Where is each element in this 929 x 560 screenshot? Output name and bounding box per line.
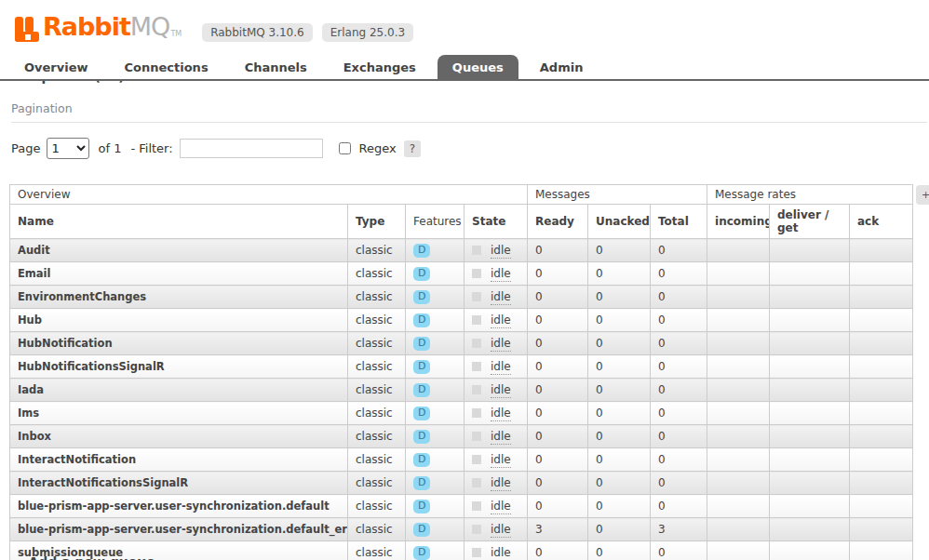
rate-ack-cell bbox=[850, 472, 913, 495]
column-config-button[interactable]: +/- bbox=[916, 185, 929, 205]
durable-badge: D bbox=[413, 476, 430, 490]
tab-admin[interactable]: Admin bbox=[525, 55, 599, 79]
rate-incoming-cell bbox=[707, 448, 770, 472]
add-queue-section-toggle[interactable]: ▶Add a new queue bbox=[13, 554, 155, 560]
tab-exchanges[interactable]: Exchanges bbox=[329, 55, 431, 79]
tab-connections[interactable]: Connections bbox=[110, 55, 223, 79]
queue-features-cell: D bbox=[406, 286, 464, 309]
queue-name-cell[interactable]: blue-prism-app-server.user-synchronizati… bbox=[10, 495, 348, 518]
tab-queues[interactable]: Queues bbox=[438, 55, 518, 79]
tab-overview[interactable]: Overview bbox=[9, 55, 103, 79]
messages-total-cell: 0 bbox=[651, 355, 707, 379]
queue-type-cell: classic bbox=[348, 309, 406, 332]
rabbitmq-logo[interactable]: RabbitMQ TM bbox=[13, 13, 182, 44]
messages-unacked-cell: 0 bbox=[588, 425, 651, 448]
rabbit-icon bbox=[13, 16, 41, 44]
state-label: idle bbox=[491, 267, 511, 282]
queue-name-cell[interactable]: Hub bbox=[10, 309, 348, 332]
main-nav-tabs: Overview Connections Channels Exchanges … bbox=[0, 55, 929, 81]
rate-ack-cell bbox=[850, 332, 913, 355]
queue-features-cell: D bbox=[406, 425, 464, 448]
queue-type-cell: classic bbox=[348, 448, 406, 472]
state-label: idle bbox=[491, 290, 511, 305]
queue-state-cell: idle bbox=[464, 425, 528, 448]
queue-name-cell[interactable]: Inbox bbox=[10, 425, 348, 448]
queues-tbody: AuditclassicDidle000EmailclassicDidle000… bbox=[10, 239, 913, 560]
filter-label: - Filter: bbox=[130, 141, 172, 155]
queue-row: HubNotificationclassicDidle000 bbox=[10, 332, 913, 355]
queue-features-cell: D bbox=[406, 448, 464, 472]
col-header-total[interactable]: Total bbox=[651, 205, 707, 239]
queue-features-cell: D bbox=[406, 379, 464, 402]
col-header-features: Features bbox=[406, 205, 464, 239]
durable-badge: D bbox=[413, 407, 430, 420]
messages-unacked-cell: 0 bbox=[588, 355, 651, 379]
queue-name-cell[interactable]: InteractNotificationsSignalR bbox=[10, 472, 348, 495]
messages-total-cell: 0 bbox=[651, 309, 707, 332]
messages-ready-cell: 0 bbox=[528, 448, 588, 472]
col-header-ready[interactable]: Ready bbox=[528, 205, 588, 239]
col-header-type[interactable]: Type bbox=[348, 205, 406, 239]
rate-deliver-get-cell bbox=[770, 472, 850, 495]
queue-name-cell[interactable]: HubNotification bbox=[10, 332, 348, 355]
rate-deliver-get-cell bbox=[770, 239, 850, 262]
queue-name-cell[interactable]: Email bbox=[10, 262, 348, 286]
queue-row: HubclassicDidle000 bbox=[10, 309, 913, 332]
messages-ready-cell: 0 bbox=[528, 379, 588, 402]
queue-state-cell: idle bbox=[464, 472, 528, 495]
queue-name-cell[interactable]: blue-prism-app-server.user-synchronizati… bbox=[10, 518, 348, 541]
rate-deliver-get-cell bbox=[770, 495, 850, 518]
col-header-name[interactable]: Name bbox=[10, 205, 348, 239]
messages-unacked-cell: 0 bbox=[588, 309, 651, 332]
tab-channels[interactable]: Channels bbox=[230, 55, 322, 79]
queue-row: InteractNotificationclassicDidle000 bbox=[10, 448, 913, 472]
regex-label: Regex bbox=[359, 141, 397, 155]
messages-total-cell: 0 bbox=[651, 286, 707, 309]
clipped-section-heading-strip: All queues (14) bbox=[0, 81, 929, 89]
col-header-state[interactable]: State bbox=[464, 205, 528, 239]
trademark-label: TM bbox=[170, 30, 182, 38]
durable-badge: D bbox=[413, 453, 430, 467]
rate-incoming-cell bbox=[707, 239, 770, 262]
app-header: RabbitMQ TM RabbitMQ 3.10.6 Erlang 25.0.… bbox=[0, 0, 929, 47]
queue-state-cell: idle bbox=[464, 402, 528, 425]
col-header-deliver-get[interactable]: deliver / get bbox=[770, 205, 850, 239]
queue-type-cell: classic bbox=[348, 332, 406, 355]
queue-name-cell[interactable]: HubNotificationsSignalR bbox=[10, 355, 348, 379]
state-color-swatch bbox=[472, 246, 481, 255]
state-label: idle bbox=[491, 313, 511, 328]
state-color-swatch bbox=[472, 478, 481, 487]
group-message-rates: Message rates bbox=[707, 185, 913, 205]
rate-ack-cell bbox=[850, 402, 913, 425]
queue-name-cell[interactable]: Audit bbox=[10, 239, 348, 262]
messages-ready-cell: 0 bbox=[528, 239, 588, 262]
queue-name-cell[interactable]: Iada bbox=[10, 379, 348, 402]
durable-badge: D bbox=[413, 523, 430, 537]
messages-unacked-cell: 0 bbox=[588, 448, 651, 472]
regex-help-button[interactable]: ? bbox=[404, 140, 421, 157]
col-header-unacked[interactable]: Unacked bbox=[588, 205, 651, 239]
queue-features-cell: D bbox=[406, 402, 464, 425]
queue-name-cell[interactable]: EnvironmentChanges bbox=[10, 286, 348, 309]
queue-name-cell[interactable]: InteractNotification bbox=[10, 448, 348, 472]
state-label: idle bbox=[491, 476, 511, 491]
page-select[interactable]: 1 bbox=[47, 138, 89, 159]
durable-badge: D bbox=[413, 500, 430, 513]
col-header-incoming[interactable]: incoming bbox=[707, 205, 770, 239]
rate-deliver-get-cell bbox=[770, 262, 850, 286]
queue-row: InteractNotificationsSignalRclassicDidle… bbox=[10, 472, 913, 495]
filter-input[interactable] bbox=[180, 139, 323, 158]
state-color-swatch bbox=[472, 339, 481, 348]
messages-total-cell: 0 bbox=[651, 448, 707, 472]
state-label: idle bbox=[491, 407, 511, 421]
col-header-ack[interactable]: ack bbox=[850, 205, 913, 239]
all-queues-heading: All queues (14) bbox=[13, 81, 125, 84]
queue-state-cell: idle bbox=[464, 355, 528, 379]
durable-badge: D bbox=[413, 360, 430, 374]
rate-ack-cell bbox=[850, 309, 913, 332]
queue-name-cell[interactable]: Ims bbox=[10, 402, 348, 425]
queue-state-cell: idle bbox=[464, 541, 528, 560]
queue-features-cell: D bbox=[406, 332, 464, 355]
regex-checkbox[interactable] bbox=[339, 142, 351, 154]
queue-type-cell: classic bbox=[348, 355, 406, 379]
